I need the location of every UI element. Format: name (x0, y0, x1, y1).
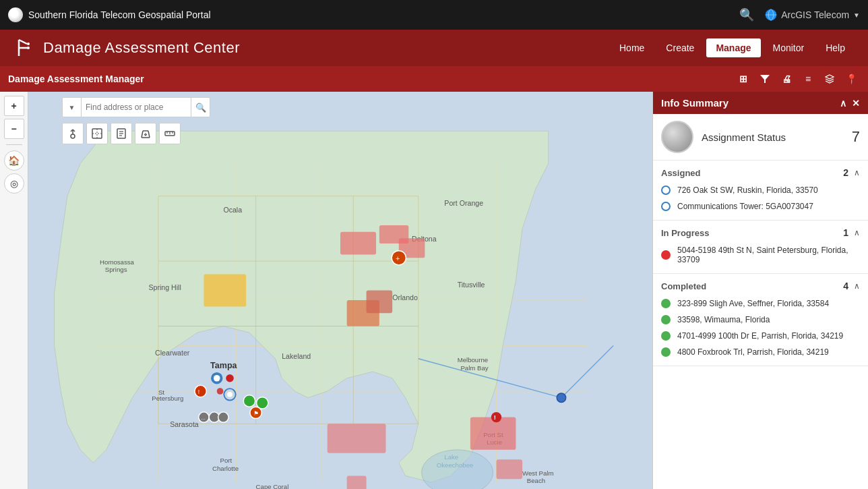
list-item[interactable]: 4800 Foxbrook Trl, Parrish, Florida, 342… (653, 344, 868, 360)
svg-text:Clearwater: Clearwater (155, 349, 190, 357)
svg-text:Homosassa: Homosassa (100, 258, 134, 266)
svg-rect-81 (328, 424, 386, 453)
arcgis-dropdown-icon: ▼ (853, 11, 860, 19)
compass-button[interactable]: ◎ (4, 173, 24, 194)
completed-item-1: 323-899 Sligh Ave, Seffner, Florida, 335… (677, 299, 829, 308)
svg-text:Melbourne: Melbourne (458, 356, 488, 364)
svg-text:Spring Hill: Spring Hill (148, 284, 181, 292)
location-pin-icon[interactable]: 📍 (842, 70, 860, 88)
list-icon[interactable]: ≡ (799, 70, 817, 88)
assigned-item-1: 726 Oak St SW, Ruskin, Florida, 33570 (677, 185, 818, 195)
portal-title: Southern Florida Telecom Geospatial Port… (28, 9, 211, 20)
manager-bar: Damage Assessment Manager ⊞ 🖨 ≡ 📍 (0, 66, 868, 92)
map-tools-row (62, 123, 181, 144)
select-tool[interactable] (86, 123, 108, 144)
info-panel: Info Summary ∧ ✕ Assignment Status 7 Ass… (652, 92, 868, 489)
zoom-out-button[interactable]: − (4, 119, 24, 139)
nav-create[interactable]: Create (656, 38, 704, 57)
in-progress-chevron[interactable]: ∧ (854, 228, 860, 237)
svg-text:!: ! (198, 389, 199, 395)
svg-text:...: ... (202, 415, 206, 421)
svg-rect-67 (340, 232, 376, 255)
search-dropdown-button[interactable]: ▼ (63, 98, 82, 117)
print-icon[interactable]: 🖨 (778, 70, 795, 88)
main-content: + − 🏠 ◎ ▼ 🔍 (0, 92, 868, 489)
svg-text:Lakeland: Lakeland (282, 352, 311, 360)
list-item[interactable]: 5044-5198 49th St N, Saint Petersburg, F… (653, 242, 868, 268)
in-progress-section: In Progress 1 ∧ 5044-5198 49th St N, Sai… (653, 221, 868, 274)
completed-title: Completed (661, 281, 706, 291)
svg-point-74 (217, 388, 224, 395)
svg-text:Port Orange: Port Orange (444, 199, 483, 207)
assignment-status-row: Assignment Status 7 (653, 114, 868, 161)
left-toolbar: + − 🏠 ◎ (0, 92, 28, 489)
top-nav-right: 🔍 ArcGIS Telecom ▼ (739, 7, 860, 22)
svg-text:Tampa: Tampa (210, 361, 237, 370)
assignment-status-label: Assignment Status (702, 132, 844, 143)
info-panel-collapse-icon[interactable]: ∧ (840, 98, 846, 109)
list-item[interactable]: 323-899 Sligh Ave, Seffner, Florida, 335… (653, 295, 868, 312)
svg-text:+: + (396, 254, 400, 262)
export-tool[interactable] (135, 123, 156, 144)
app-nav: Home Create Manage Monitor Help (610, 38, 855, 57)
list-item[interactable]: Communications Tower: 5GA0073047 (653, 198, 868, 214)
completed-item-3: 4701-4999 100th Dr E, Parrish, Florida, … (677, 331, 843, 341)
app-header: Damage Assessment Center Home Create Man… (0, 30, 868, 66)
svg-rect-78 (470, 418, 516, 450)
nav-help[interactable]: Help (816, 38, 855, 57)
assignment-status-count: 7 (852, 128, 860, 146)
svg-text:West Palm: West Palm (522, 469, 553, 477)
list-item[interactable]: 33598, Wimauma, Florida (653, 312, 868, 328)
zoom-in-button[interactable]: + (4, 96, 24, 116)
assigned-dot-2 (661, 202, 671, 211)
nav-home[interactable]: Home (610, 38, 654, 57)
info-panel-close-icon[interactable]: ✕ (852, 98, 860, 109)
assigned-count: 2 (843, 167, 848, 178)
in-progress-section-header: In Progress 1 ∧ (653, 225, 868, 241)
grid-view-icon[interactable]: ⊞ (735, 70, 752, 88)
svg-point-79 (491, 412, 501, 422)
svg-point-92 (243, 395, 255, 407)
svg-text:Sarasota: Sarasota (170, 420, 199, 428)
status-avatar (661, 121, 693, 153)
search-input[interactable] (82, 103, 191, 112)
damage-assessment-icon (13, 37, 35, 59)
draw-point-tool[interactable] (62, 123, 84, 144)
completed-section-header: Completed 4 ∧ (653, 278, 868, 294)
filter-icon[interactable] (756, 70, 774, 88)
svg-point-90 (195, 385, 206, 397)
search-icon[interactable]: 🔍 (739, 7, 754, 22)
info-panel-title: Info Summary (661, 97, 728, 109)
completed-chevron[interactable]: ∧ (854, 281, 860, 291)
nav-monitor[interactable]: Monitor (764, 38, 814, 57)
arcgis-globe-icon (765, 9, 777, 21)
svg-text:Springs: Springs (105, 266, 127, 273)
svg-point-87 (214, 375, 220, 382)
app-logo (8, 7, 23, 22)
svg-text:!: ! (494, 413, 496, 421)
in-progress-title: In Progress (661, 228, 710, 238)
completed-count: 4 (843, 281, 848, 291)
svg-text:Petersburg: Petersburg (152, 395, 183, 402)
toolbar-separator (6, 144, 22, 145)
map-area[interactable]: ▼ 🔍 (28, 92, 652, 489)
app-title: Damage Assessment Center (43, 39, 240, 57)
search-go-button[interactable]: 🔍 (191, 98, 210, 117)
arcgis-brand[interactable]: ArcGIS Telecom ▼ (765, 9, 860, 21)
layers-icon[interactable] (821, 70, 838, 88)
home-button[interactable]: 🏠 (4, 150, 24, 171)
svg-text:Port: Port (220, 457, 232, 464)
measure-tool[interactable] (159, 123, 181, 144)
svg-text:Titusville: Titusville (458, 281, 485, 289)
completed-dot-3 (661, 331, 671, 341)
top-nav-bar: Southern Florida Telecom Geospatial Port… (0, 0, 868, 30)
list-item[interactable]: 4701-4999 100th Dr E, Parrish, Florida, … (653, 328, 868, 344)
nav-manage[interactable]: Manage (706, 38, 760, 57)
notes-tool[interactable] (111, 123, 132, 144)
assigned-section: Assigned 2 ∧ 726 Oak St SW, Ruskin, Flor… (653, 161, 868, 221)
svg-rect-83 (347, 476, 367, 489)
assigned-chevron[interactable]: ∧ (854, 168, 860, 177)
manager-bar-icons: ⊞ 🖨 ≡ 📍 (735, 70, 860, 88)
map-svg: Ocala Port Orange Deltona Homosassa Spri… (28, 92, 652, 489)
list-item[interactable]: 726 Oak St SW, Ruskin, Florida, 33570 (653, 182, 868, 198)
